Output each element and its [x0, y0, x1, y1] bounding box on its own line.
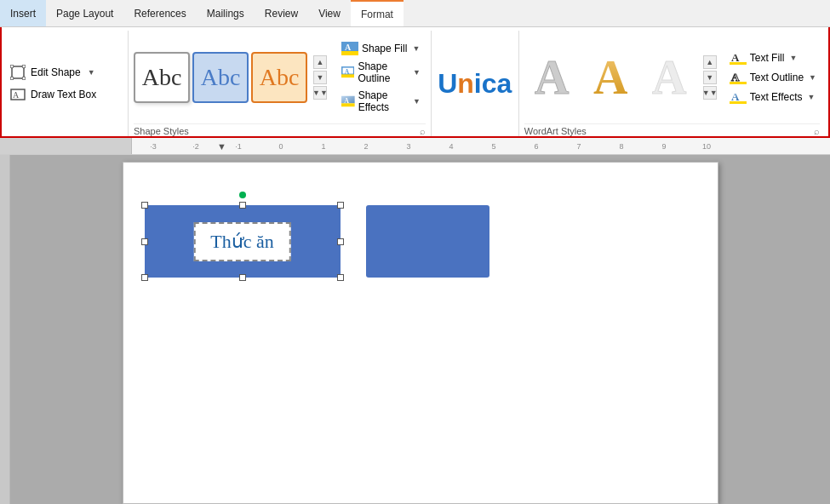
menu-bar: Insert Page Layout References Mailings R…: [0, 0, 830, 27]
text-effects-icon: A: [730, 90, 747, 104]
wordart-scroll: ▲ ▼ ▼▼: [703, 55, 717, 100]
menu-view[interactable]: View: [308, 0, 351, 26]
draw-textbox-button[interactable]: A Draw Text Box: [5, 83, 121, 106]
text-outline-label: Text Outline: [750, 72, 804, 83]
menu-page-layout[interactable]: Page Layout: [46, 0, 123, 26]
ribbon: Edit Shape ▼ A Draw Text Box Abc Abc Abc: [0, 27, 830, 138]
text-effects-arrow: ▼: [808, 93, 816, 101]
shape-style-scroll: ▲ ▼ ▼▼: [313, 55, 327, 100]
wordart-styles-footer: WordArt Styles ⌕: [524, 123, 820, 136]
svg-rect-19: [730, 82, 747, 84]
svg-text:A: A: [13, 90, 20, 100]
text-effects-button[interactable]: A Text Effects ▼: [726, 89, 820, 106]
shape-fill-button[interactable]: A Shape Fill ▼: [336, 40, 426, 57]
vertical-scrollbar-left: [0, 155, 10, 504]
handle-top-left[interactable]: [141, 202, 148, 209]
svg-text:A: A: [344, 96, 349, 104]
text-outline-button[interactable]: A Text Outline ▼: [726, 69, 820, 86]
edit-shape-arrow: ▼: [88, 68, 95, 77]
wordart-letters-row: A A A: [524, 52, 697, 103]
shape-style-btn-3[interactable]: Abc: [251, 52, 307, 103]
text-fill-arrow: ▼: [789, 54, 797, 62]
wordart-styles-expand[interactable]: ⌕: [814, 126, 820, 136]
textbox-1-text: Thức ăn: [210, 231, 273, 252]
wordart-style-2[interactable]: A: [583, 52, 638, 103]
text-fill-button[interactable]: A Text Fill ▼: [726, 49, 820, 66]
scroll-down-arrow[interactable]: ▼: [313, 71, 327, 84]
shape-styles-body: Abc Abc Abc ▲ ▼ ▼▼ A Shape Fill: [134, 32, 426, 122]
svg-rect-21: [730, 101, 747, 104]
shape-outline-arrow: ▼: [413, 68, 421, 77]
svg-text:A: A: [731, 90, 740, 103]
svg-rect-17: [730, 62, 747, 65]
unica-n: n: [457, 68, 474, 99]
handle-top-right[interactable]: [337, 202, 344, 209]
shape-outline-button[interactable]: A Shape Outline ▼: [336, 59, 426, 86]
handle-bottom-mid[interactable]: [239, 274, 246, 281]
wordart-styles-label: WordArt Styles: [524, 126, 587, 136]
unica-u: U: [438, 68, 457, 99]
rotation-handle[interactable]: [239, 192, 246, 198]
shape-fill-icon: A: [341, 42, 358, 55]
shape-style-btn-1[interactable]: Abc: [134, 52, 190, 103]
unica-i: i: [474, 68, 482, 99]
handle-bottom-left[interactable]: [141, 274, 148, 281]
unica-logo-area: Unica: [432, 31, 519, 136]
page-area: Thức ăn: [10, 155, 830, 504]
textbox-2[interactable]: [366, 205, 489, 278]
menu-mailings[interactable]: Mailings: [197, 0, 255, 26]
shape-effects-button[interactable]: A Shape Effects ▼: [336, 88, 426, 115]
shape-styles-expand[interactable]: ⌕: [420, 126, 426, 136]
shape-effects-label: Shape Effects: [358, 89, 408, 113]
shape-effects-arrow: ▼: [413, 97, 421, 106]
abc-buttons-row: Abc Abc Abc: [134, 52, 307, 103]
unica-a: a: [497, 68, 512, 99]
shape-styles-footer: Shape Styles ⌕: [134, 123, 426, 136]
wordart-scroll-up[interactable]: ▲: [703, 55, 717, 69]
text-effects-label: Text Effects: [750, 91, 803, 103]
document-page: Thức ăn: [123, 162, 718, 504]
textbox-1-container: Thức ăn: [145, 205, 341, 278]
shape-outline-icon: A: [341, 66, 354, 79]
shape-fill-label: Shape Fill: [362, 43, 407, 54]
text-fill-label: Text Fill: [750, 52, 785, 64]
wordart-styles-body: A A A ▲ ▼ ▼▼ A Text Fill ▼: [524, 32, 820, 122]
svg-point-2: [22, 65, 26, 68]
wordart-scroll-down[interactable]: ▼: [703, 71, 717, 84]
menu-review[interactable]: Review: [255, 0, 308, 26]
shape-style-btn-2[interactable]: Abc: [192, 52, 249, 103]
shape-effects-icon: A: [341, 94, 355, 108]
menu-insert[interactable]: Insert: [0, 0, 46, 26]
draw-textbox-label: Draw Text Box: [31, 89, 96, 100]
textbox-1-inner[interactable]: Thức ăn: [193, 222, 290, 261]
menu-references[interactable]: References: [123, 0, 196, 26]
text-fill-icon: A: [730, 51, 747, 65]
svg-point-4: [22, 77, 26, 80]
shape-styles-section: Abc Abc Abc ▲ ▼ ▼▼ A Shape Fill: [129, 31, 432, 136]
textboxes-area: Thức ăn: [145, 205, 489, 278]
wordart-style-1[interactable]: A: [524, 52, 580, 103]
wordart-scroll-expand[interactable]: ▼▼: [703, 86, 717, 100]
document-area: Thức ăn: [0, 155, 830, 504]
handle-top-mid[interactable]: [239, 202, 246, 209]
menu-format[interactable]: Format: [351, 0, 404, 26]
shape-fill-arrow: ▼: [412, 44, 420, 53]
wordart-style-3[interactable]: A: [642, 52, 697, 103]
ruler-scale: ▼ ·3 ·2 ·1 0 1 2 3 4 5 6 7 8 9 10: [132, 142, 830, 151]
handle-mid-left[interactable]: [141, 238, 148, 245]
shape-styles-label: Shape Styles: [134, 126, 189, 136]
ruler-marker: ▼: [217, 141, 226, 152]
svg-point-1: [10, 65, 14, 68]
edit-shape-button[interactable]: Edit Shape ▼: [5, 61, 121, 83]
scroll-expand-arrow[interactable]: ▼▼: [313, 86, 327, 100]
svg-text:A: A: [345, 43, 352, 52]
scroll-up-arrow[interactable]: ▲: [313, 55, 327, 69]
shape-outline-label: Shape Outline: [358, 60, 408, 84]
handle-bottom-right[interactable]: [337, 274, 344, 281]
draw-textbox-icon: A: [10, 87, 26, 102]
svg-point-3: [10, 77, 14, 80]
handle-mid-right[interactable]: [337, 238, 344, 245]
edit-shape-label: Edit Shape: [31, 66, 81, 78]
text-outline-arrow: ▼: [809, 73, 816, 82]
text-outline-icon: A: [730, 71, 747, 84]
